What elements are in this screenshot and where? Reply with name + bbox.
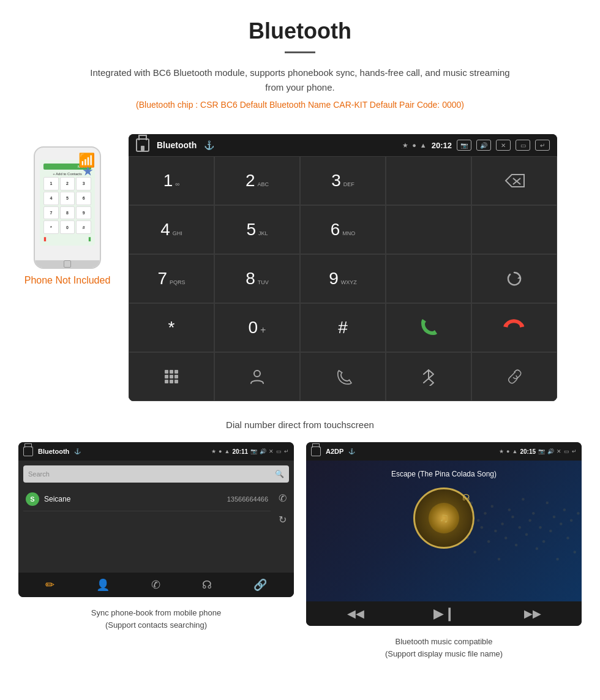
pb-link-bottom-icon[interactable]: 🔗 xyxy=(253,578,267,592)
music-cam-icon: 📷 xyxy=(538,448,545,454)
pb-caption-line2: (Support contacts searching) xyxy=(105,620,207,630)
call-green-icon xyxy=(418,317,440,339)
svg-point-51 xyxy=(570,519,573,522)
music-status-icons: ★ ● ▲ 20:15 📷 🔊 ✕ ▭ ↵ xyxy=(499,448,577,455)
music-home-roof xyxy=(312,443,320,448)
svg-point-14 xyxy=(254,371,260,377)
svg-rect-6 xyxy=(170,370,173,374)
svg-point-49 xyxy=(563,508,566,511)
pb-status-icons: ★ ● ▲ 20:11 📷 🔊 ✕ ▭ ↵ xyxy=(211,448,289,455)
music-caption: Bluetooth music compatible (Support disp… xyxy=(306,632,582,663)
svg-rect-5 xyxy=(165,370,168,374)
music-sig-icon: ▲ xyxy=(512,448,518,454)
dial-bluetooth-icon[interactable] xyxy=(386,352,471,401)
phonebook-panel: Bluetooth ⚓ ★ ● ▲ 20:11 📷 🔊 ✕ ▭ ↵ xyxy=(18,442,294,663)
music-back-icon: ↵ xyxy=(572,448,577,454)
dial-empty-4 xyxy=(386,254,471,303)
dial-keypad-icon[interactable] xyxy=(129,352,214,401)
svg-point-31 xyxy=(501,522,504,525)
dial-key-3[interactable]: 3DEF xyxy=(300,156,386,205)
home-icon[interactable] xyxy=(136,138,149,152)
dial-backspace[interactable] xyxy=(471,156,557,205)
svg-point-47 xyxy=(556,558,559,561)
music-home-icon[interactable] xyxy=(311,446,321,456)
music-next-icon[interactable]: ▶▶ xyxy=(524,607,541,620)
svg-point-48 xyxy=(560,522,563,525)
svg-marker-0 xyxy=(506,175,524,187)
home-door xyxy=(141,146,144,151)
status-icons: ★ ● ▲ xyxy=(402,141,427,149)
svg-point-24 xyxy=(477,519,480,522)
volume-icon[interactable]: 🔊 xyxy=(476,140,491,151)
contact-row[interactable]: S Seicane 13566664466 xyxy=(23,487,271,511)
dial-key-1[interactable]: 1∞ xyxy=(129,156,214,205)
call-red-icon xyxy=(503,317,525,339)
dial-phone-icon[interactable] xyxy=(300,352,386,401)
svg-point-36 xyxy=(519,526,522,529)
svg-point-52 xyxy=(574,551,577,554)
phone-keypad: 1 2 3 4 5 6 7 8 9 * 0 # xyxy=(43,177,91,234)
music-play-icon[interactable]: ▶❙ xyxy=(433,606,455,622)
svg-rect-13 xyxy=(174,380,178,383)
back-icon[interactable]: ↵ xyxy=(535,140,550,151)
pb-win-icon: ▭ xyxy=(276,448,282,454)
dial-contacts-icon[interactable] xyxy=(214,352,300,401)
refresh-icon xyxy=(505,269,523,288)
window-icon[interactable]: ▭ xyxy=(516,140,530,151)
pb-cam-icon: 📷 xyxy=(250,448,257,454)
dial-key-6[interactable]: 6MNO xyxy=(300,205,386,254)
phonebook-status-bar: Bluetooth ⚓ ★ ● ▲ 20:11 📷 🔊 ✕ ▭ ↵ xyxy=(18,442,294,461)
phonebook-screen: Bluetooth ⚓ ★ ● ▲ 20:11 📷 🔊 ✕ ▭ ↵ xyxy=(18,442,294,597)
svg-point-26 xyxy=(484,512,487,515)
home-square xyxy=(64,260,71,268)
music-prev-icon[interactable]: ◀◀ xyxy=(347,607,364,620)
search-bar[interactable]: Search 🔍 xyxy=(23,465,289,483)
main-section: 📶 ★ MOTO + Add to Contacts 1 2 3 4 5 6 7… xyxy=(0,128,600,413)
pb-time: 20:11 xyxy=(232,448,248,455)
phone-home-button xyxy=(35,260,100,268)
dial-key-0[interactable]: 0+ xyxy=(214,303,300,352)
pb-call-icon[interactable]: ✆ xyxy=(279,492,287,504)
keypad-icon xyxy=(162,367,181,386)
pb-spacer xyxy=(23,511,289,573)
camera-icon[interactable]: 📷 xyxy=(457,140,471,151)
pb-caption: Sync phone-book from mobile phone (Suppo… xyxy=(18,603,294,634)
pb-refresh-icon[interactable]: ↻ xyxy=(279,514,287,525)
dial-key-5[interactable]: 5JKL xyxy=(214,205,300,254)
dial-refresh[interactable] xyxy=(471,254,557,303)
pb-home-icon[interactable] xyxy=(23,446,33,456)
dial-key-2[interactable]: 2ABC xyxy=(214,156,300,205)
backspace-icon xyxy=(503,172,525,189)
home-roof xyxy=(138,135,147,140)
music-screen: A2DP ⚓ ★ ● ▲ 20:15 📷 🔊 ✕ ▭ ↵ xyxy=(306,442,582,626)
pb-right-icons: ✆ ↻ xyxy=(279,487,287,530)
close-icon[interactable]: ✕ xyxy=(496,140,511,151)
pb-user-icon[interactable]: 👤 xyxy=(96,578,110,592)
phone-key-4: 4 xyxy=(43,192,59,205)
svg-point-34 xyxy=(511,516,514,519)
music-loc-icon: ● xyxy=(506,448,509,454)
music-vol-icon: 🔊 xyxy=(547,448,554,454)
pb-bt-bottom-icon[interactable]: ☊ xyxy=(202,578,212,592)
dial-key-8[interactable]: 8TUV xyxy=(214,254,300,303)
music-bottom-bar: ◀◀ ▶❙ ▶▶ xyxy=(306,601,582,626)
dial-key-hash[interactable]: # xyxy=(300,303,386,352)
svg-point-23 xyxy=(473,551,476,554)
dial-link-icon[interactable] xyxy=(471,352,557,401)
phone-icon xyxy=(334,367,352,386)
pb-grid-icon[interactable]: ✏ xyxy=(45,578,54,592)
svg-point-41 xyxy=(536,547,539,550)
dial-key-9[interactable]: 9WXYZ xyxy=(300,254,386,303)
dial-call-green[interactable] xyxy=(386,303,471,352)
signal-icon: ▲ xyxy=(420,141,427,149)
search-icon[interactable]: 🔍 xyxy=(275,470,284,478)
dial-key-star[interactable]: * xyxy=(129,303,214,352)
svg-rect-7 xyxy=(174,370,178,374)
pb-phone-bottom-icon[interactable]: ✆ xyxy=(151,578,160,592)
pb-loc-icon: ● xyxy=(219,448,222,454)
dial-call-red[interactable] xyxy=(471,303,557,352)
dial-key-4[interactable]: 4GHI xyxy=(129,205,214,254)
link-icon xyxy=(505,367,523,386)
dial-keypad-grid: 1∞ 2ABC 3DEF 4GHI 5JKL 6MNO xyxy=(129,156,557,401)
dial-key-7[interactable]: 7PQRS xyxy=(129,254,214,303)
